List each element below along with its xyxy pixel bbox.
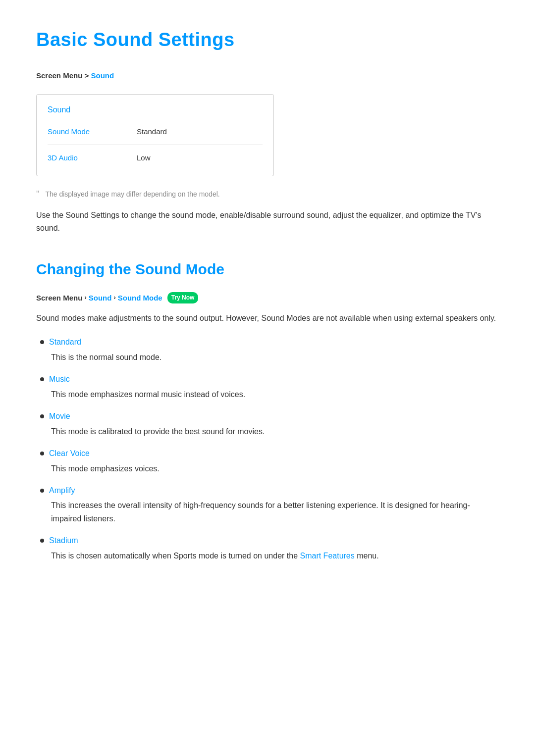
list-item-music-header: Music [36, 373, 499, 386]
section-breadcrumb-sound-mode-link[interactable]: Sound Mode [118, 292, 162, 304]
list-item-standard-title[interactable]: Standard [49, 336, 81, 349]
section-breadcrumb-sound-link[interactable]: Sound [89, 292, 112, 304]
list-item-standard: Standard This is the normal sound mode. [36, 336, 499, 364]
section-breadcrumb: Screen Menu › Sound › Sound Mode Try Now [36, 292, 499, 304]
breadcrumb: Screen Menu > Sound [36, 70, 499, 82]
list-item-amplify-header: Amplify [36, 484, 499, 497]
list-item-movie: Movie This mode is calibrated to provide… [36, 410, 499, 438]
list-item-stadium-title[interactable]: Stadium [49, 534, 78, 547]
try-now-badge[interactable]: Try Now [167, 292, 199, 303]
section-intro-text: Sound modes make adjustments to the soun… [36, 312, 499, 325]
list-item-movie-header: Movie [36, 410, 499, 423]
note-quote-icon: " [36, 190, 39, 199]
list-item-clear-voice: Clear Voice This mode emphasizes voices. [36, 447, 499, 475]
page-title: Basic Sound Settings [36, 25, 499, 55]
stadium-desc-suffix: menu. [355, 552, 379, 560]
intro-text: Use the Sound Settings to change the sou… [36, 209, 499, 235]
list-item-standard-desc: This is the normal sound mode. [51, 351, 499, 364]
list-item-clear-voice-title[interactable]: Clear Voice [49, 447, 90, 460]
breadcrumb-sound-link[interactable]: Sound [91, 71, 114, 80]
list-item-movie-title[interactable]: Movie [49, 410, 70, 423]
section-title: Changing the Sound Mode [36, 257, 499, 281]
menu-row-label-3d-audio: 3D Audio [48, 152, 137, 164]
menu-divider [48, 145, 263, 145]
section-breadcrumb-prefix: Screen Menu [36, 292, 82, 304]
bullet-icon [40, 414, 44, 418]
menu-panel: Sound Sound Mode Standard 3D Audio Low [36, 94, 274, 177]
list-item-stadium: Stadium This is chosen automatically whe… [36, 534, 499, 562]
breadcrumb-prefix: Screen Menu > [36, 71, 91, 80]
note-block: " The displayed image may differ dependi… [36, 189, 499, 200]
list-item-stadium-header: Stadium [36, 534, 499, 547]
list-item-movie-desc: This mode is calibrated to provide the b… [51, 425, 499, 438]
list-item-standard-header: Standard [36, 336, 499, 349]
chevron-icon-1: › [84, 293, 86, 303]
menu-panel-title: Sound [48, 103, 263, 116]
bullet-icon [40, 539, 44, 543]
menu-row-value-3d-audio: Low [137, 152, 151, 164]
list-item-clear-voice-header: Clear Voice [36, 447, 499, 460]
note-text: The displayed image may differ depending… [45, 189, 219, 200]
menu-row-label-sound-mode: Sound Mode [48, 126, 137, 138]
smart-features-link[interactable]: Smart Features [300, 552, 355, 560]
list-item-amplify-desc: This increases the overall intensity of … [51, 499, 499, 525]
bullet-icon [40, 377, 44, 381]
stadium-desc-prefix: This is chosen automatically when Sports… [51, 552, 300, 560]
list-item-clear-voice-desc: This mode emphasizes voices. [51, 462, 499, 475]
chevron-icon-2: › [113, 293, 115, 303]
menu-row-value-sound-mode: Standard [137, 126, 167, 138]
list-item-amplify-title[interactable]: Amplify [49, 484, 75, 497]
bullet-icon [40, 489, 44, 493]
menu-row-sound-mode[interactable]: Sound Mode Standard [48, 123, 263, 141]
list-item-music-desc: This mode emphasizes normal music instea… [51, 388, 499, 401]
list-item-music: Music This mode emphasizes normal music … [36, 373, 499, 401]
bullet-icon [40, 340, 44, 344]
bullet-icon [40, 452, 44, 455]
menu-row-3d-audio[interactable]: 3D Audio Low [48, 149, 263, 167]
list-item-amplify: Amplify This increases the overall inten… [36, 484, 499, 525]
list-item-music-title[interactable]: Music [49, 373, 70, 386]
list-item-stadium-desc: This is chosen automatically when Sports… [51, 550, 499, 562]
